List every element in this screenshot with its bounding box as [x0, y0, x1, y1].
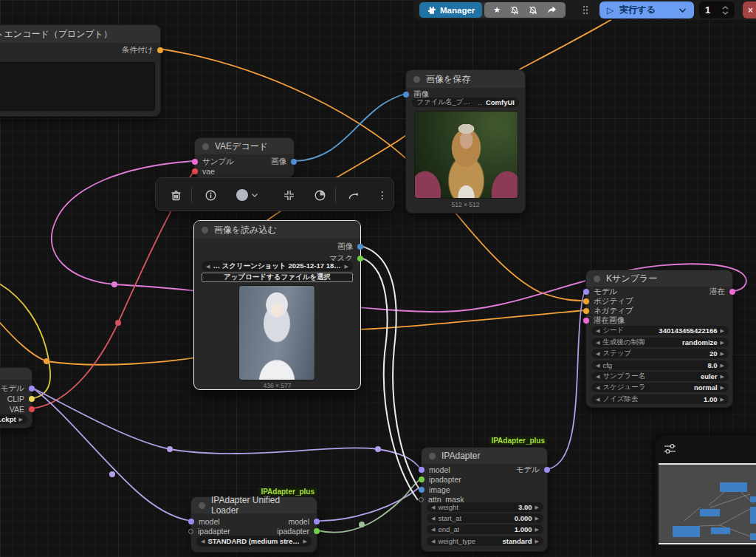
latent-slot-icon[interactable]	[583, 318, 589, 324]
prompt-textarea[interactable]	[0, 62, 155, 111]
collapse-dot[interactable]	[199, 502, 205, 509]
conditioning-slot-icon[interactable]	[157, 47, 163, 53]
slot-negative-input[interactable]: ネガティブ	[583, 307, 633, 315]
slot-ipadapter-input[interactable]: ipadapter	[419, 475, 461, 484]
collapse-dot[interactable]	[429, 453, 436, 459]
increment-icon[interactable]: ▶	[535, 505, 539, 510]
decrement-icon[interactable]: ◀	[431, 505, 435, 510]
widget-denoise[interactable]: ◀ ノイズ除去 1.00 ▶	[591, 394, 729, 404]
filename-prefix-widget[interactable]: ファイル名_プレフィッ … ComfyUI	[412, 98, 519, 107]
decrement-icon[interactable]: ◀	[596, 397, 599, 402]
upload-button[interactable]: アップロードするファイルを選択	[202, 273, 353, 282]
image-slot-icon[interactable]	[291, 159, 297, 165]
delete-icon[interactable]	[167, 186, 185, 204]
model-slot-icon[interactable]	[583, 289, 589, 295]
decrement-icon[interactable]: ◀	[596, 328, 599, 333]
decrement-icon[interactable]: ◀	[596, 374, 599, 379]
node-color-picker[interactable]	[233, 186, 262, 204]
node-ipadapter[interactable]: IPAdapter_plus IPAdapter model ipadapter…	[421, 447, 548, 552]
slot-ipadapter-input[interactable]: ipadapter	[188, 527, 230, 536]
decrement-icon[interactable]: ◀	[431, 539, 435, 544]
next-preset-icon[interactable]: ▶	[303, 539, 307, 544]
increment-icon[interactable]: ▶	[721, 374, 724, 379]
slot-image-output[interactable]: 画像	[337, 242, 363, 251]
slot-model-input[interactable]: model	[419, 465, 450, 474]
collapse-node-icon[interactable]	[280, 186, 298, 204]
decrement-count-icon[interactable]	[722, 11, 729, 15]
node-save-image[interactable]: 画像を保存 画像 ファイル名_プレフィッ … ComfyUI 512 × 512	[405, 69, 526, 213]
increment-icon[interactable]: ▶	[721, 363, 724, 368]
decrement-icon[interactable]: ◀	[431, 516, 435, 521]
model-slot-icon[interactable]	[544, 467, 550, 473]
widget-end-at[interactable]: ◀ end_at 1.000 ▶	[427, 524, 543, 534]
node-title[interactable]: 画像を読み込む	[194, 221, 360, 239]
slot-model-input[interactable]: model	[188, 517, 220, 526]
node-title[interactable]: IPAdapter Unified Loader	[191, 497, 317, 513]
node-title[interactable]: VAEデコード	[195, 138, 294, 154]
slot-clip-output[interactable]: CLIP	[7, 394, 35, 403]
slot-conditioning-output[interactable]: 条件付け	[122, 46, 163, 55]
node-vae-decode[interactable]: VAEデコード サンプル vae 画像	[194, 137, 295, 178]
slot-vae-input[interactable]: vae	[192, 167, 215, 176]
node-title[interactable]: Kサンプラー	[586, 270, 732, 287]
widget-scheduler[interactable]: ◀ スケジューラ normal ▶	[591, 383, 729, 392]
next-ckpt-icon[interactable]: ▶	[19, 417, 23, 422]
slot-latent-image-input[interactable]: 潜在画像	[583, 316, 625, 325]
vae-slot-icon[interactable]	[192, 168, 198, 174]
widget-control-after-generate[interactable]: ◀ 生成後の制御 randomize ▶	[591, 338, 729, 347]
decrement-icon[interactable]: ◀	[596, 385, 599, 390]
manager-button[interactable]: Manager	[419, 2, 482, 18]
node-load-image[interactable]: 画像を読み込む 画像 マスク ◀ … スクリーンショット 2025-12-17 …	[193, 220, 361, 390]
node-title[interactable]: ストエンコード（プロンプト）	[0, 25, 160, 43]
vae-slot-icon[interactable]	[29, 406, 35, 412]
decrement-icon[interactable]: ◀	[431, 527, 435, 532]
latent-slot-icon[interactable]	[192, 159, 198, 165]
node-title[interactable]: 画像を保存	[406, 70, 525, 88]
widget-seed[interactable]: ◀ シード 340143455422166 ▶	[591, 326, 729, 335]
slot-ipadapter-output[interactable]: ipadapter	[277, 527, 320, 536]
image-slot-icon[interactable]	[403, 92, 409, 98]
run-button[interactable]: ▷ 実行する	[599, 1, 694, 18]
info-icon[interactable]	[202, 186, 219, 204]
increment-count-icon[interactable]	[722, 6, 729, 10]
collapse-dot[interactable]	[413, 76, 420, 83]
alert-off-icon[interactable]	[529, 6, 537, 15]
increment-icon[interactable]: ▶	[535, 527, 539, 532]
minimap-panel[interactable]	[656, 436, 756, 557]
slot-image-output[interactable]: 画像	[271, 157, 297, 166]
prev-file-icon[interactable]: ◀	[206, 264, 210, 269]
increment-icon[interactable]: ▶	[535, 539, 539, 544]
increment-icon[interactable]: ▶	[721, 385, 724, 390]
slot-model-output[interactable]: model	[288, 517, 320, 526]
image-slot-icon[interactable]	[357, 244, 363, 250]
slot-model-output[interactable]: モデル	[1, 384, 35, 393]
widget-steps[interactable]: ◀ ステップ 20 ▶	[591, 349, 729, 358]
latent-slot-icon[interactable]	[729, 289, 735, 295]
widget-start-at[interactable]: ◀ start_at 0.000 ▶	[427, 513, 543, 523]
conditioning-slot-icon[interactable]	[583, 298, 589, 304]
widget-cfg[interactable]: ◀ cfg 8.0 ▶	[591, 360, 729, 370]
conditioning-slot-icon[interactable]	[583, 308, 589, 314]
notification-off-icon[interactable]	[510, 6, 519, 15]
run-options-chevron-icon[interactable]	[678, 7, 687, 13]
mask-slot-icon[interactable]	[419, 497, 424, 502]
more-options-icon[interactable]: ⋮	[374, 186, 391, 204]
decrement-icon[interactable]: ◀	[596, 340, 599, 345]
drag-handle-icon[interactable]	[582, 4, 589, 16]
batch-count-stepper[interactable]: 1	[699, 1, 735, 18]
interrupt-button[interactable]: ×	[743, 1, 756, 18]
slot-model-input[interactable]: モデル	[583, 287, 617, 296]
ipadapter-slot-icon[interactable]	[188, 529, 193, 534]
model-slot-icon[interactable]	[188, 519, 194, 524]
node-checkpoint-loader[interactable]: モデル CLIP VAE .ckpt ▶	[0, 367, 32, 428]
model-slot-icon[interactable]	[29, 386, 35, 392]
image-slot-icon[interactable]	[419, 487, 425, 493]
image-file-combo[interactable]: ◀ … スクリーンショット 2025-12-17 185219.png ▶	[202, 261, 353, 271]
node-ipadapter-unified-loader[interactable]: IPAdapter_plus IPAdapter Unified Loader …	[190, 496, 317, 553]
minimap-viewport[interactable]	[659, 463, 756, 544]
widget-weight-type[interactable]: ◀ weight_type standard ▶	[427, 536, 543, 546]
increment-icon[interactable]: ▶	[535, 516, 539, 521]
increment-icon[interactable]: ▶	[721, 340, 724, 345]
next-file-icon[interactable]: ▶	[345, 264, 348, 269]
slot-vae-output[interactable]: VAE	[10, 405, 35, 414]
